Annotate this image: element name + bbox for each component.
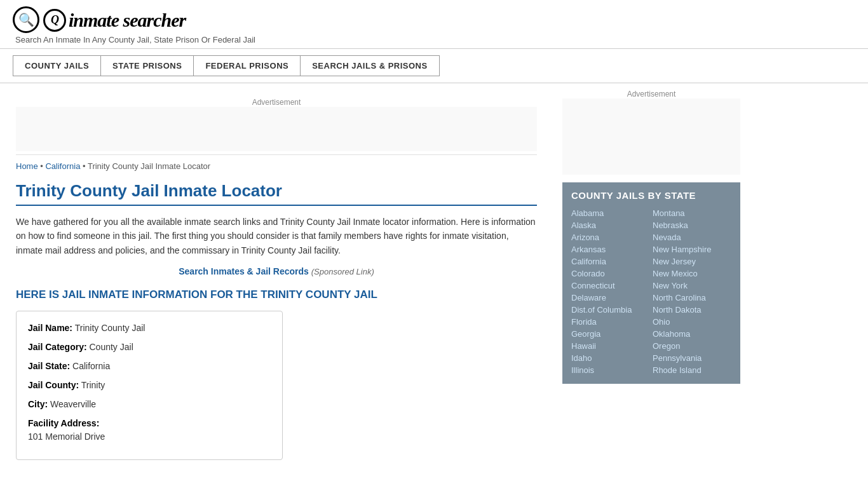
description: We have gathered for you all the availab…	[16, 215, 537, 257]
jail-county-label: Jail County:	[28, 380, 79, 390]
jail-category-value: County Jail	[89, 342, 133, 352]
state-dc[interactable]: Dist.of Columbia	[571, 304, 650, 316]
county-jails-btn[interactable]: COUNTY JAILS	[13, 55, 100, 76]
state-north-carolina[interactable]: North Carolina	[653, 292, 731, 304]
ad-label: Advertisement	[252, 98, 301, 107]
sidebar: Advertisement COUNTY JAILS BY STATE Alab…	[553, 83, 750, 473]
sidebar-ad-content	[562, 98, 740, 175]
state-georgia[interactable]: Georgia	[571, 328, 650, 340]
county-jails-title: COUNTY JAILS BY STATE	[571, 190, 731, 201]
state-illinois[interactable]: Illinois	[571, 364, 650, 376]
state-connecticut[interactable]: Connecticut	[571, 280, 650, 292]
jail-category-label: Jail Category:	[28, 342, 87, 352]
state-new-jersey[interactable]: New Jersey	[653, 255, 731, 268]
sponsored-link: Search Inmates & Jail Records (Sponsored…	[16, 266, 537, 276]
logo-area: 🔍 Qinmate searcher	[13, 6, 855, 33]
state-idaho[interactable]: Idaho	[571, 352, 650, 364]
nav-inner: COUNTY JAILS STATE PRISONS FEDERAL PRISO…	[13, 55, 855, 76]
states-col1: Alabama Alaska Arizona Arkansas Californ…	[571, 207, 650, 376]
tagline: Search An Inmate In Any County Jail, Sta…	[15, 35, 855, 44]
state-california[interactable]: California	[571, 255, 650, 268]
state-arkansas[interactable]: Arkansas	[571, 243, 650, 255]
breadcrumb-state[interactable]: California	[45, 161, 80, 171]
county-jails-box: COUNTY JAILS BY STATE Alabama Alaska Ari…	[562, 182, 740, 384]
jail-address-label: Facility Address:	[28, 417, 271, 430]
jail-county-row: Jail County: Trinity	[28, 379, 271, 392]
state-florida[interactable]: Florida	[571, 316, 650, 328]
logo-text: Qinmate searcher	[43, 8, 186, 32]
state-new-hampshire[interactable]: New Hampshire	[653, 243, 731, 255]
jail-city-row: City: Weaverville	[28, 398, 271, 411]
state-ohio[interactable]: Ohio	[653, 316, 731, 328]
state-montana[interactable]: Montana	[653, 207, 731, 219]
sidebar-ad: Advertisement	[562, 90, 740, 175]
state-new-york[interactable]: New York	[653, 280, 731, 292]
jail-name-row: Jail Name: Trinity County Jail	[28, 322, 271, 335]
ad-banner-content	[16, 107, 537, 151]
jail-name-label: Jail Name:	[28, 323, 72, 333]
jail-state-value: California	[72, 361, 110, 371]
state-colorado[interactable]: Colorado	[571, 268, 650, 280]
logo-icon: 🔍	[13, 6, 39, 33]
state-new-mexico[interactable]: New Mexico	[653, 268, 731, 280]
info-box: Jail Name: Trinity County Jail Jail Cate…	[16, 311, 283, 460]
state-oklahoma[interactable]: Oklahoma	[653, 328, 731, 340]
jail-category-row: Jail Category: County Jail	[28, 341, 271, 354]
sidebar-ad-label: Advertisement	[627, 90, 676, 98]
jail-name-value: Trinity County Jail	[75, 323, 146, 333]
content-area: Advertisement Home • California • Trinit…	[0, 83, 553, 473]
state-alabama[interactable]: Alabama	[571, 207, 650, 219]
state-nebraska[interactable]: Nebraska	[653, 219, 731, 231]
sponsored-suffix: (Sponsored Link)	[311, 267, 374, 276]
federal-prisons-btn[interactable]: FEDERAL PRISONS	[193, 55, 300, 76]
state-delaware[interactable]: Delaware	[571, 292, 650, 304]
state-pennsylvania[interactable]: Pennsylvania	[653, 352, 731, 364]
main-layout: Advertisement Home • California • Trinit…	[0, 83, 868, 473]
state-arizona[interactable]: Arizona	[571, 231, 650, 243]
states-grid: Alabama Alaska Arizona Arkansas Californ…	[571, 207, 731, 376]
state-alaska[interactable]: Alaska	[571, 219, 650, 231]
ad-banner: Advertisement	[16, 93, 537, 155]
state-nevada[interactable]: Nevada	[653, 231, 731, 243]
jail-address-value: 101 Memorial Drive	[28, 430, 271, 444]
breadcrumb-home[interactable]: Home	[16, 161, 38, 171]
section-heading: HERE IS JAIL INMATE INFORMATION FOR THE …	[16, 288, 537, 302]
breadcrumb-current: Trinity County Jail Inmate Locator	[88, 161, 210, 171]
jail-city-label: City:	[28, 399, 48, 409]
jail-city-value: Weaverville	[50, 399, 96, 409]
states-col2: Montana Nebraska Nevada New Hampshire Ne…	[653, 207, 731, 376]
jail-state-row: Jail State: California	[28, 360, 271, 373]
state-hawaii[interactable]: Hawaii	[571, 340, 650, 352]
jail-state-label: Jail State:	[28, 361, 70, 371]
breadcrumb: Home • California • Trinity County Jail …	[16, 161, 537, 171]
state-prisons-btn[interactable]: STATE PRISONS	[100, 55, 193, 76]
search-jails-btn[interactable]: SEARCH JAILS & PRISONS	[300, 55, 439, 76]
sponsored-link-anchor[interactable]: Search Inmates & Jail Records	[179, 266, 309, 276]
page-title: Trinity County Jail Inmate Locator	[16, 181, 537, 206]
header: 🔍 Qinmate searcher Search An Inmate In A…	[0, 0, 868, 49]
jail-address-row: Facility Address: 101 Memorial Drive	[28, 417, 271, 444]
state-rhode-island[interactable]: Rhode Island	[653, 364, 731, 376]
jail-county-value: Trinity	[81, 380, 105, 390]
nav-bar: COUNTY JAILS STATE PRISONS FEDERAL PRISO…	[0, 49, 868, 83]
state-oregon[interactable]: Oregon	[653, 340, 731, 352]
state-north-dakota[interactable]: North Dakota	[653, 304, 731, 316]
